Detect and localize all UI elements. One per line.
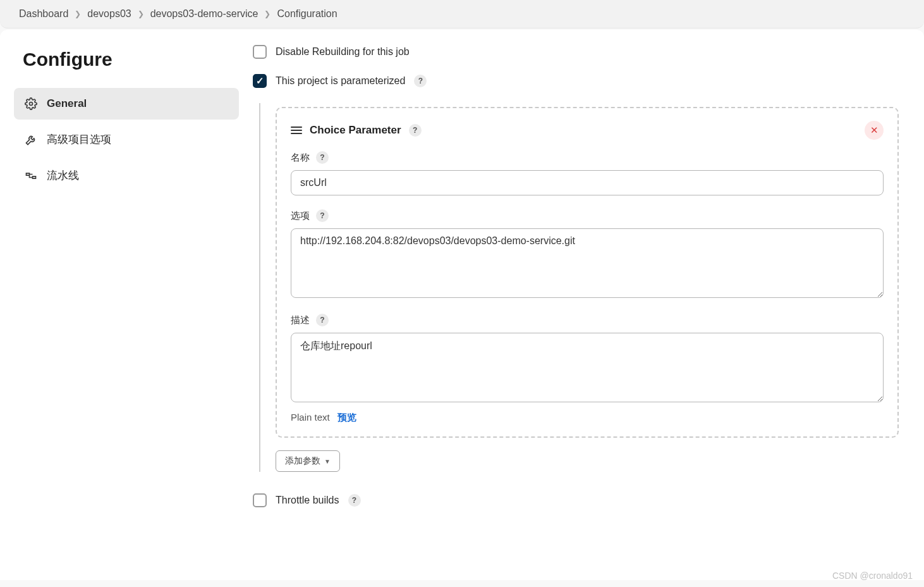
throttle-label: Throttle builds — [276, 495, 339, 506]
main-content: Disable Rebuilding for this job This pro… — [253, 30, 924, 580]
sidebar-item-pipeline[interactable]: 流水线 — [14, 159, 239, 192]
choices-textarea[interactable] — [291, 228, 884, 298]
card-header: Choice Parameter ? ✕ — [291, 121, 884, 140]
parameterized-checkbox[interactable] — [253, 74, 267, 88]
plain-text-label: Plain text — [291, 412, 330, 423]
drag-handle-icon[interactable] — [291, 127, 302, 134]
format-row: Plain text 预览 — [291, 412, 884, 424]
label-text: 名称 — [291, 152, 310, 164]
svg-point-0 — [30, 102, 33, 106]
description-textarea[interactable] — [291, 333, 884, 402]
sidebar-item-label: General — [47, 97, 87, 110]
name-label: 名称 ? — [291, 151, 884, 164]
breadcrumb-dashboard[interactable]: Dashboard — [19, 8, 68, 20]
label-text: 描述 — [291, 314, 310, 326]
option-throttle: Throttle builds ? — [253, 493, 899, 507]
card-title: Choice Parameter — [310, 124, 401, 137]
preview-link[interactable]: 预览 — [337, 412, 356, 423]
main-container: Configure General 高级项目选项 流水线 Disable Reb… — [0, 30, 924, 580]
disable-rebuild-label: Disable Rebuilding for this job — [276, 46, 410, 58]
chevron-right-icon: ❯ — [264, 9, 271, 18]
chevron-right-icon: ❯ — [138, 9, 144, 18]
help-icon[interactable]: ? — [316, 314, 329, 326]
sidebar-item-label: 高级项目选项 — [47, 132, 111, 147]
page-title: Configure — [23, 49, 239, 70]
choice-parameter-card: Choice Parameter ? ✕ 名称 ? 选项 — [276, 107, 899, 438]
choices-label: 选项 ? — [291, 209, 884, 222]
breadcrumb-bar: Dashboard ❯ devops03 ❯ devops03-demo-ser… — [0, 0, 924, 28]
help-icon[interactable]: ? — [409, 124, 422, 137]
help-icon[interactable]: ? — [348, 494, 361, 507]
add-parameter-label: 添加参数 — [285, 455, 320, 467]
sidebar-item-label: 流水线 — [47, 168, 79, 183]
field-choices: 选项 ? — [291, 209, 884, 300]
breadcrumb-demo-service[interactable]: devops03-demo-service — [150, 8, 258, 20]
add-parameter-button[interactable]: 添加参数 ▼ — [276, 450, 340, 472]
description-label: 描述 ? — [291, 314, 884, 326]
name-input[interactable] — [291, 170, 884, 195]
sidebar: Configure General 高级项目选项 流水线 — [0, 30, 253, 580]
pipeline-icon — [24, 169, 38, 183]
throttle-checkbox[interactable] — [253, 493, 267, 507]
field-name: 名称 ? — [291, 151, 884, 195]
label-text: 选项 — [291, 210, 310, 222]
help-icon[interactable]: ? — [414, 75, 427, 87]
parameterized-label: This project is parameterized — [276, 75, 405, 87]
close-icon: ✕ — [870, 125, 878, 136]
parameters-section: Choice Parameter ? ✕ 名称 ? 选项 — [259, 103, 899, 472]
breadcrumb: Dashboard ❯ devops03 ❯ devops03-demo-ser… — [19, 8, 905, 20]
gear-icon — [24, 97, 38, 111]
disable-rebuild-checkbox[interactable] — [253, 45, 267, 59]
option-parameterized: This project is parameterized ? — [253, 74, 899, 88]
sidebar-item-advanced[interactable]: 高级项目选项 — [14, 123, 239, 156]
help-icon[interactable]: ? — [316, 209, 329, 222]
option-disable-rebuild: Disable Rebuilding for this job — [253, 45, 899, 59]
caret-down-icon: ▼ — [324, 458, 331, 465]
delete-parameter-button[interactable]: ✕ — [865, 121, 884, 140]
breadcrumb-devops03[interactable]: devops03 — [87, 8, 131, 20]
help-icon[interactable]: ? — [316, 151, 329, 164]
field-description: 描述 ? Plain text 预览 — [291, 314, 884, 424]
breadcrumb-configuration[interactable]: Configuration — [277, 8, 337, 20]
chevron-right-icon: ❯ — [75, 9, 81, 18]
wrench-icon — [24, 133, 38, 147]
sidebar-item-general[interactable]: General — [14, 88, 239, 120]
